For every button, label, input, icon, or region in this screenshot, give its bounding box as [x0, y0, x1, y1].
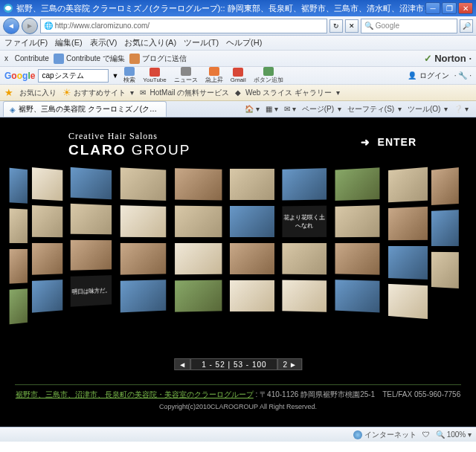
gallery-thumb[interactable]: 明日は味方だ。 [70, 274, 112, 308]
gallery-thumb[interactable] [431, 209, 460, 247]
gallery-thumb[interactable] [174, 280, 222, 313]
gallery-thumb[interactable] [174, 167, 222, 201]
menu-file[interactable]: ファイル(F) [4, 37, 48, 48]
gallery-thumb[interactable] [9, 288, 28, 325]
stop-button[interactable]: ✕ [345, 19, 358, 33]
gallery-thumb[interactable] [281, 167, 327, 201]
gallery-thumb[interactable] [387, 245, 428, 280]
gallery-thumb[interactable] [281, 280, 327, 313]
menu-edit[interactable]: 編集(E) [55, 37, 83, 48]
google-toolbar: Google ▼ 検索 YouTube ニュース 急上昇 Gmail ボタン追加… [0, 67, 476, 85]
feeds-button[interactable]: ▦ ▾ [266, 104, 278, 114]
back-button[interactable]: ◄ [3, 18, 19, 34]
gallery-thumb[interactable] [335, 279, 381, 313]
footer-copyright: Copyright(c)2010CLAROGROUP All Right Res… [0, 403, 476, 410]
home-button[interactable]: 🏠 ▾ [245, 104, 260, 114]
gallery-thumb[interactable] [387, 206, 428, 241]
gallery-thumb[interactable] [387, 283, 428, 320]
menu-view[interactable]: 表示(V) [90, 37, 118, 48]
gallery-thumb[interactable] [281, 242, 327, 275]
google-login[interactable]: 👤ログイン · 🔧 · [408, 71, 472, 81]
g-gmail-button[interactable]: Gmail [228, 68, 248, 83]
favorites-bar: ★ お気に入り ☀おすすめサイト ▾ ✉ HotMail の無料サービス ◆ W… [0, 85, 476, 101]
security-zone[interactable]: インターネット [353, 430, 416, 440]
tab-bar: ◈ 裾野、三島の美容院 クラーロミズノ(クラーログループ)::... 🏠 ▾ ▦… [0, 101, 476, 117]
menu-bar: ファイル(F) 編集(E) 表示(V) お気に入り(A) ツール(T) ヘルプ(… [0, 36, 476, 51]
contribute-toolbar: x Contribute Contribute で編集 ブログに送信 ✓ Nor… [0, 51, 476, 67]
webslice-link[interactable]: ◆ Web スライス ギャラリー ▾ [235, 88, 340, 98]
gallery-thumb[interactable] [229, 242, 275, 275]
gallery-thumb[interactable] [229, 168, 275, 201]
fav-star-icon[interactable]: ★ [4, 87, 13, 98]
gallery-thumb[interactable] [31, 242, 63, 276]
safety-menu[interactable]: セーフティ(S) ▾ [347, 104, 402, 114]
menu-help[interactable]: ヘルプ(H) [226, 37, 262, 48]
gallery-thumb[interactable] [174, 205, 222, 238]
gallery-thumb[interactable] [9, 207, 28, 244]
gallery-thumb[interactable] [70, 167, 112, 201]
photo-gallery: 明日は味方だ。 花より花咲く土へなれ [0, 168, 476, 361]
pager-next[interactable]: 2 ► [278, 358, 302, 370]
edit-icon [54, 54, 64, 64]
forward-button[interactable]: ► [22, 18, 38, 34]
g-youtube-button[interactable]: YouTube [141, 68, 168, 83]
minimize-button[interactable]: ─ [425, 2, 440, 14]
gallery-thumb[interactable] [70, 239, 112, 271]
gallery-thumb[interactable] [9, 167, 28, 204]
x-link[interactable]: x Contribute [4, 54, 49, 62]
gallery-thumb[interactable] [431, 251, 460, 289]
window-titlebar: 裾野、三島の美容院 クラーロミズノ(クラーログループ):: 静岡東部、長泉町、裾… [0, 0, 476, 16]
gallery-thumb[interactable] [431, 167, 460, 206]
tools-menu[interactable]: ツール(O) ▾ [408, 104, 448, 114]
maximize-button[interactable]: ❐ [442, 2, 457, 14]
gallery-thumb[interactable] [120, 242, 167, 276]
gallery-thumb[interactable] [335, 204, 381, 238]
google-logo: Google [4, 71, 35, 81]
gallery-thumb[interactable] [31, 167, 63, 201]
close-button[interactable]: ✕ [458, 2, 473, 14]
pager-prev[interactable]: ◄ [174, 358, 190, 370]
protected-mode-icon: 🛡 [422, 430, 430, 439]
blog-send[interactable]: ブログに送信 [129, 54, 187, 64]
help-icon[interactable]: ❔ ▾ [454, 104, 469, 114]
gallery-thumb[interactable] [174, 242, 222, 275]
window-title: 裾野、三島の美容院 クラーロミズノ(クラーログループ):: 静岡東部、長泉町、裾… [16, 3, 425, 14]
gallery-thumb[interactable] [70, 203, 112, 236]
active-tab[interactable]: ◈ 裾野、三島の美容院 クラーロミズノ(クラーログループ)::... [3, 101, 167, 117]
gallery-thumb[interactable] [120, 279, 167, 313]
g-search-button[interactable]: 検索 [121, 67, 138, 84]
gallery-thumb[interactable]: 花より花咲く土へなれ [281, 205, 327, 239]
gallery-pager: ◄ 1 - 52 | 53 - 100 2 ► [174, 358, 302, 370]
g-addbutton[interactable]: ボタン追加 [251, 67, 286, 84]
google-search-input[interactable] [38, 69, 109, 83]
mail-button[interactable]: ✉ ▾ [284, 104, 296, 114]
gallery-thumb[interactable] [335, 242, 381, 276]
menu-favorites[interactable]: お気に入り(A) [124, 37, 176, 48]
page-content: Creative Hair Salons CLARO GROUP ➜ ENTER… [0, 117, 476, 427]
search-go-button[interactable]: 🔎 [460, 19, 473, 33]
gallery-thumb[interactable] [31, 279, 63, 314]
gallery-thumb[interactable] [31, 204, 63, 238]
gallery-thumb[interactable] [9, 248, 28, 285]
gallery-thumb[interactable] [229, 205, 275, 238]
page-menu[interactable]: ページ(P) ▾ [302, 104, 341, 114]
norton-label[interactable]: ✓ Norton · [424, 53, 472, 64]
hotmail-link[interactable]: ✉ HotMail の無料サービス [140, 88, 229, 98]
address-bar[interactable]: 🌐 http://www.claromizuno.com/ [40, 19, 327, 33]
gallery-thumb[interactable] [120, 167, 167, 201]
zoom-level[interactable]: 🔍 100% ▾ [436, 430, 472, 439]
browser-search[interactable]: 🔍 Google [361, 19, 457, 33]
g-trending-button[interactable]: 急上昇 [203, 67, 225, 84]
gallery-thumb[interactable] [387, 167, 428, 204]
footer-link[interactable]: 裾野市、三島市、沼津市、長泉町の美容院・美容室のクラーログループ [16, 390, 254, 398]
gallery-thumb[interactable] [120, 204, 167, 238]
suggest-sites[interactable]: ☀おすすめサイト ▾ [62, 87, 134, 98]
enter-button[interactable]: ➜ ENTER [361, 136, 416, 148]
gallery-thumb[interactable] [229, 280, 275, 312]
menu-tools[interactable]: ツール(T) [184, 37, 219, 48]
gallery-thumb[interactable] [335, 167, 381, 201]
g-news-button[interactable]: ニュース [172, 67, 200, 84]
fav-label[interactable]: お気に入り [19, 88, 57, 98]
contribute-edit[interactable]: Contribute で編集 [54, 54, 125, 64]
refresh-button[interactable]: ↻ [329, 19, 343, 33]
